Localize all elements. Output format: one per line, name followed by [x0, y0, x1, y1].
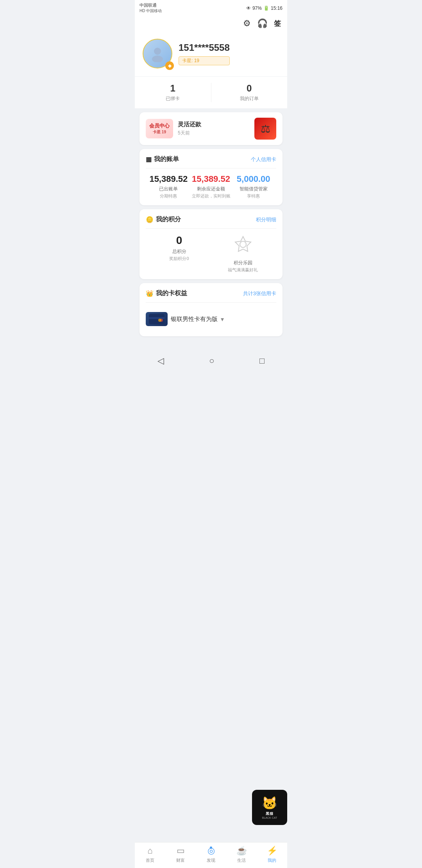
points-divider: [146, 228, 276, 229]
membership-time: 5天前: [178, 130, 254, 136]
card-name: 银联男性卡有为版: [171, 316, 218, 323]
bound-cards-number: 1: [135, 83, 211, 94]
dropdown-arrow-icon[interactable]: ▾: [221, 316, 224, 323]
loan-label: 智能借贷管家: [232, 186, 275, 192]
status-bar: 中国联通 HD 中国移动 👁 97% 🔋 15:16: [135, 0, 287, 15]
points-icon: 🪙: [146, 216, 154, 223]
recent-gesture[interactable]: □: [259, 356, 265, 366]
total-points-number: 0: [147, 234, 211, 247]
total-points-label: 总积分: [147, 248, 211, 255]
svg-point-2: [240, 241, 246, 247]
avatar-badge: ◆: [165, 61, 174, 70]
stat-my-orders[interactable]: 0 我的订单: [211, 83, 288, 102]
avatar-wrapper[interactable]: ◆: [143, 39, 172, 68]
svg-point-1: [152, 56, 163, 62]
points-section: 🪙 我的积分 积分明细 0 总积分 奖励积分0 积分乐园 福气满满赢好礼: [139, 209, 283, 279]
bill-section-title: ▦ 我的账单: [146, 155, 179, 163]
status-right: 👁 97% 🔋 15:16: [246, 5, 283, 11]
park-icon: [211, 234, 275, 258]
card-star-badge[interactable]: 卡星: 19: [179, 56, 230, 65]
bill-section-header: ▦ 我的账单 个人信用卡: [146, 155, 276, 163]
bill-section: ▦ 我的账单 个人信用卡 15,389.52 已出账单 分期特惠 15,389.…: [139, 149, 283, 205]
loan-sublabel: 享特惠: [232, 193, 275, 199]
membership-logo-title: 会员中心: [149, 122, 170, 129]
gesture-bar: ◁ ○ □: [135, 340, 287, 370]
headset-icon[interactable]: 🎧: [257, 18, 268, 29]
bill-icon: ▦: [146, 156, 152, 163]
points-section-header: 🪙 我的积分 积分明细: [146, 215, 276, 224]
points-section-title: 🪙 我的积分: [146, 215, 181, 224]
svg-point-6: [158, 319, 161, 322]
reward-points-sublabel: 奖励积分0: [147, 256, 211, 262]
card-thumbnail: [146, 312, 168, 326]
loan-amount: 5,000.00: [232, 174, 275, 184]
stats-section: 1 已绑卡 0 我的订单: [135, 77, 287, 108]
card-count-link[interactable]: 共计3张信用卡: [243, 290, 276, 297]
card-benefits-divider: [146, 302, 276, 303]
profile-info: 151****5558 卡星: 19: [179, 42, 230, 65]
park-sublabel: 福气满满赢好礼: [211, 267, 275, 273]
card-benefits-section: 👑 我的卡权益 共计3张信用卡 银联男性卡有为版 ▾: [139, 283, 283, 336]
points-grid: 0 总积分 奖励积分0 积分乐园 福气满满赢好礼: [146, 234, 276, 273]
profile-phone: 151****5558: [179, 42, 230, 53]
carrier1: 中国联通: [139, 2, 162, 8]
eye-icon: 👁: [246, 5, 251, 11]
bill-item-remaining[interactable]: 15,389.52 剩余应还金额 立即还款，实时到账: [190, 174, 232, 199]
battery-icon: 🔋: [263, 5, 269, 11]
points-total[interactable]: 0 总积分 奖励积分0: [147, 234, 211, 262]
membership-card[interactable]: 会员中心 卡星 19 灵活还款 5天前 ⚖: [139, 112, 283, 145]
svg-rect-4: [149, 317, 165, 319]
points-park[interactable]: 积分乐园 福气满满赢好礼: [211, 234, 275, 273]
points-detail-link[interactable]: 积分明细: [256, 216, 276, 223]
orders-number: 0: [211, 83, 288, 94]
membership-logo: 会员中心 卡星 19: [146, 119, 173, 138]
stat-bound-cards[interactable]: 1 已绑卡: [135, 83, 211, 102]
billed-label: 已出账单: [147, 186, 190, 192]
remaining-sublabel: 立即还款，实时到账: [190, 193, 232, 199]
svg-point-0: [154, 48, 161, 55]
bill-item-billed[interactable]: 15,389.52 已出账单 分期特惠: [147, 174, 190, 199]
bill-item-loan[interactable]: 5,000.00 智能借贷管家 享特惠: [232, 174, 275, 199]
membership-title: 灵活还款: [178, 121, 254, 128]
remaining-amount: 15,389.52: [190, 174, 232, 184]
settings-icon[interactable]: ⚙: [243, 18, 251, 29]
orders-label: 我的订单: [211, 95, 288, 102]
remaining-label: 剩余应还金额: [190, 186, 232, 192]
membership-info: 灵活还款 5天前: [178, 121, 254, 136]
card-benefits-title: 👑 我的卡权益: [146, 289, 187, 298]
card-benefits-header: 👑 我的卡权益 共计3张信用卡: [146, 289, 276, 298]
back-gesture[interactable]: ◁: [157, 356, 164, 366]
bill-grid: 15,389.52 已出账单 分期特惠 15,389.52 剩余应还金额 立即还…: [146, 174, 276, 199]
profile-section: ◆ 151****5558 卡星: 19: [135, 32, 287, 76]
bound-cards-label: 已绑卡: [135, 95, 211, 102]
carrier-info: 中国联通 HD 中国移动: [139, 2, 162, 14]
battery-level: 97%: [252, 5, 262, 11]
crown-icon: 👑: [146, 290, 154, 297]
membership-thumb: ⚖: [254, 118, 276, 140]
bill-divider: [146, 168, 276, 169]
bill-link[interactable]: 个人信用卡: [251, 156, 276, 163]
sign-button[interactable]: 签: [274, 19, 281, 28]
billed-amount: 15,389.52: [147, 174, 190, 184]
clock-time: 15:16: [271, 5, 283, 11]
billed-sublabel: 分期特惠: [147, 193, 190, 199]
carrier2: HD 中国移动: [139, 8, 162, 14]
card-selector[interactable]: 银联男性卡有为版 ▾: [146, 308, 276, 330]
park-label: 积分乐园: [211, 260, 275, 266]
header-toolbar: ⚙ 🎧 签: [135, 15, 287, 32]
home-gesture[interactable]: ○: [209, 356, 214, 366]
person-icon: [149, 45, 166, 62]
membership-logo-sub: 卡星 19: [153, 129, 166, 135]
